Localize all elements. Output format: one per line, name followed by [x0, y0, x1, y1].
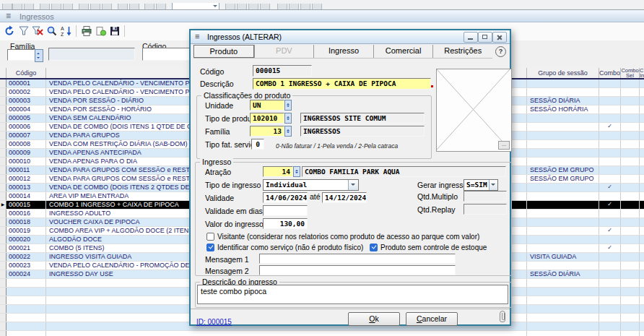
gerar-ingresso-select[interactable]: S=SIM: [464, 179, 498, 191]
ok-button[interactable]: Ok: [348, 312, 400, 326]
servico-checkbox-label: Identificar como serviço (não é produto …: [217, 244, 363, 251]
row-selector-stub: [0, 253, 6, 261]
tipo-produto-field[interactable]: 102010: [250, 113, 284, 124]
clipped-toolbar-icon[interactable]: [24, 4, 34, 10]
clipped-toolbar-icon[interactable]: [79, 4, 89, 10]
clipped-toolbar-icon[interactable]: [51, 4, 61, 10]
clear-filter-icon[interactable]: [32, 25, 43, 37]
validade-de-field[interactable]: 14/06/2024: [263, 192, 308, 203]
close-button[interactable]: [492, 32, 507, 43]
cell-grupo-sessao: [527, 114, 599, 122]
clipped-toolbar-icon[interactable]: [289, 4, 299, 10]
cell-grupo-sessao: SESSÃO EM GRUPO: [527, 175, 599, 183]
cell-combo-sel: [621, 166, 640, 174]
clipped-toolbar-icon[interactable]: [144, 4, 155, 10]
dialog-tabs: Produto PDV Ingresso Comercial Restriçõe…: [193, 45, 492, 59]
clipped-toolbar-icon[interactable]: [156, 4, 166, 10]
minimize-button[interactable]: [464, 32, 478, 43]
print-preview-icon[interactable]: [95, 25, 107, 37]
clipped-toolbar-icon[interactable]: [90, 4, 100, 10]
mensagem1-field[interactable]: [259, 254, 456, 264]
cell-codigo: 000006: [6, 123, 46, 131]
row-selector-stub: [0, 192, 6, 200]
dialog-menu-icon[interactable]: ≡: [195, 32, 199, 40]
clipped-toolbar-icon[interactable]: [225, 4, 235, 10]
tab-pdv[interactable]: PDV: [254, 45, 314, 58]
tab-ingresso[interactable]: Ingresso: [313, 45, 373, 58]
cell-grupo-sessao: [527, 322, 599, 330]
clipped-combobox[interactable]: [172, 3, 219, 10]
unidade-field[interactable]: UN: [250, 100, 284, 111]
help-button[interactable]: ?: [495, 46, 506, 57]
save-icon[interactable]: [109, 25, 121, 37]
clipped-toolbar-icon[interactable]: [237, 4, 247, 10]
filter-icon[interactable]: [18, 25, 30, 37]
clipped-toolbar-icon[interactable]: [12, 4, 22, 10]
chevron-down-icon[interactable]: [489, 180, 497, 190]
cell-grupo-sessao: [527, 132, 599, 139]
familia-spinner[interactable]: [35, 49, 43, 62]
clipped-toolbar-icon[interactable]: [129, 4, 139, 10]
cell-grupo-sessao: [527, 192, 599, 200]
product-image-placeholder[interactable]: ...: [436, 69, 512, 152]
dialog-titlebar[interactable]: ≡ Ingressos (ALTERAR): [191, 30, 510, 44]
estoque-checkbox[interactable]: [370, 244, 378, 251]
cell-partial: [640, 175, 644, 183]
dialog-title: Ingressos (ALTERAR): [207, 33, 282, 41]
descricao-field[interactable]: COMBO 1 INGRESSO + CAIXA DE PIPOCA: [253, 78, 431, 90]
familia-filter-input[interactable]: [7, 49, 35, 61]
tab-restricoes[interactable]: Restrições: [432, 45, 492, 58]
paperclip-icon[interactable]: [500, 311, 505, 322]
mensagem1-label: Mensagem 1: [205, 255, 249, 264]
menu-icon[interactable]: ≡: [6, 11, 11, 21]
header-combo[interactable]: Combo: [599, 68, 621, 78]
clipped-toolbar-icon[interactable]: [277, 4, 287, 10]
visitante-checkbox[interactable]: [206, 233, 214, 241]
familia-filter-desc: [48, 48, 135, 61]
header-codigo[interactable]: Código: [6, 68, 46, 78]
header-grupo-sessao[interactable]: Grupo de sessão: [527, 68, 599, 78]
validade-dias-field[interactable]: [263, 205, 308, 216]
refresh-icon[interactable]: [4, 25, 15, 37]
id-link[interactable]: ID: 000015: [196, 318, 232, 326]
tab-produto[interactable]: Produto: [193, 45, 254, 58]
clipped-toolbar-icon[interactable]: [102, 4, 112, 10]
table-row-empty[interactable]: [0, 331, 644, 336]
tipo-produto-lookup-button[interactable]: [284, 113, 292, 124]
clipped-toolbar-icon[interactable]: [260, 4, 270, 10]
clipped-toolbar-icon[interactable]: [312, 4, 322, 10]
header-combo-sel[interactable]: Combo Sel: [621, 68, 640, 78]
search-icon[interactable]: [46, 25, 58, 37]
mensagem2-field[interactable]: [259, 265, 456, 275]
maximize-button[interactable]: [478, 32, 492, 43]
clipped-toolbar-icon[interactable]: [118, 4, 128, 10]
clipped-toolbar-icon[interactable]: [40, 4, 50, 10]
tipo-fat-field[interactable]: 0: [251, 139, 264, 150]
clipped-toolbar-icon[interactable]: [248, 4, 258, 10]
image-browse-button[interactable]: ...: [498, 141, 510, 150]
row-selector-stub: [0, 105, 6, 113]
cell-combo: [599, 166, 621, 174]
chevron-down-icon[interactable]: [348, 180, 358, 190]
familia-lookup-button[interactable]: [284, 126, 292, 137]
atracao-lookup-button[interactable]: [293, 166, 300, 177]
servico-checkbox[interactable]: [206, 244, 214, 251]
atracao-field[interactable]: 14: [263, 166, 293, 177]
valor-ingresso-field[interactable]: 130,00: [263, 218, 308, 229]
validade-ate-field[interactable]: 14/12/2024: [322, 192, 367, 203]
clipped-toolbar-icon[interactable]: [300, 4, 310, 10]
cell-combo: [599, 132, 621, 139]
print-icon[interactable]: [81, 25, 92, 37]
unidade-lookup-button[interactable]: [284, 100, 292, 111]
descricao-ingresso-textarea[interactable]: teste combo pipoca: [197, 285, 508, 304]
clipped-toolbar-icon[interactable]: [2, 4, 12, 10]
sort-asc-icon[interactable]: AZ: [61, 25, 72, 37]
familia-field[interactable]: 13: [250, 126, 284, 137]
tab-comercial[interactable]: Comercial: [373, 45, 433, 58]
cell-partial: [640, 296, 644, 304]
tipo-ingresso-select[interactable]: Individual: [263, 179, 359, 191]
clipped-toolbar-icon[interactable]: [63, 4, 73, 10]
cell-partial: [640, 79, 644, 87]
cancel-button[interactable]: Cancelar: [406, 312, 458, 326]
row-selector-stub: [0, 149, 6, 157]
